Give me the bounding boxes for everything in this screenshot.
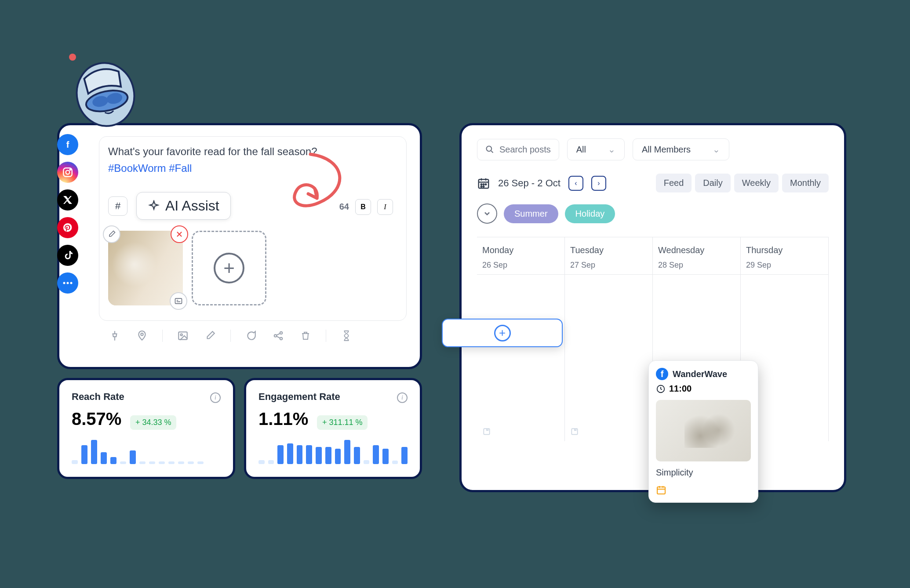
view-tabs: Feed Daily Weekly Monthly xyxy=(656,174,829,192)
pin-icon[interactable] xyxy=(108,329,122,343)
ai-assist-label: AI Assist xyxy=(165,198,219,214)
date-cell-label: 26 Sep xyxy=(477,259,565,274)
pinterest-icon[interactable] xyxy=(57,217,78,238)
svg-point-22 xyxy=(485,184,487,185)
prev-week-button[interactable]: ‹ xyxy=(568,176,583,191)
svg-point-14 xyxy=(181,334,182,336)
x-twitter-icon[interactable] xyxy=(57,189,78,211)
weekday-header: Wednesday xyxy=(653,237,741,259)
dropdown-label: All Members xyxy=(642,145,691,155)
bold-button[interactable]: B xyxy=(355,199,371,215)
scheduled-post-card[interactable]: f WanderWave 11:00 Simplicity xyxy=(648,360,758,503)
date-cell-label: 27 Sep xyxy=(565,259,653,274)
next-week-button[interactable]: › xyxy=(591,176,606,191)
plus-icon: + xyxy=(214,253,244,283)
search-posts-button[interactable]: Search posts xyxy=(477,139,559,160)
metric-delta: + 311.11 % xyxy=(317,415,368,430)
svg-point-9 xyxy=(67,282,69,284)
post-image xyxy=(656,400,751,461)
media-thumbnail[interactable] xyxy=(108,231,183,305)
svg-point-24 xyxy=(483,186,484,187)
social-rail: f xyxy=(57,134,78,294)
weekday-header: Tuesday xyxy=(565,237,653,259)
info-icon[interactable]: i xyxy=(397,392,408,403)
date-range: 26 Sep - 2 Oct xyxy=(498,178,561,189)
post-time: 11:00 xyxy=(669,384,692,394)
instagram-icon[interactable] xyxy=(57,162,78,183)
chat-icon[interactable] xyxy=(244,329,258,343)
post-text[interactable]: What's your favorite read for the fall s… xyxy=(108,145,397,158)
note-icon xyxy=(482,427,491,436)
chevron-down-icon: ⌄ xyxy=(713,144,720,155)
calendar-cell[interactable] xyxy=(477,275,565,441)
clock-icon xyxy=(656,384,666,394)
filter-all-dropdown[interactable]: All ⌄ xyxy=(567,138,625,160)
expand-tags-button[interactable] xyxy=(477,203,497,224)
ai-assist-button[interactable]: AI Assist xyxy=(136,192,231,220)
svg-rect-29 xyxy=(657,487,665,494)
char-count: 64 xyxy=(339,202,349,212)
tag-holiday[interactable]: Holiday xyxy=(565,204,615,223)
share-icon[interactable] xyxy=(271,329,285,343)
compose-body: What's your favorite read for the fall s… xyxy=(99,136,407,321)
post-caption: Simplicity xyxy=(656,468,751,478)
reach-rate-card: Reach Rate i 8.57% + 34.33 % xyxy=(57,378,235,479)
tiktok-icon[interactable] xyxy=(57,245,78,266)
hashtags[interactable]: #BookWorm #Fall xyxy=(108,162,397,174)
more-icon[interactable] xyxy=(57,272,78,294)
facebook-icon: f xyxy=(656,368,668,380)
svg-rect-11 xyxy=(175,298,182,304)
date-cell-label: 28 Sep xyxy=(653,259,741,274)
mascot-illustration xyxy=(62,48,141,127)
tab-weekly[interactable]: Weekly xyxy=(734,174,779,192)
svg-point-20 xyxy=(481,184,482,185)
svg-point-12 xyxy=(141,333,143,335)
svg-point-21 xyxy=(483,184,484,185)
metric-title: Reach Rate xyxy=(72,391,221,403)
italic-button[interactable]: I xyxy=(377,199,393,215)
svg-rect-13 xyxy=(178,332,187,339)
tag-summer[interactable]: Summer xyxy=(504,204,558,223)
calendar-icon xyxy=(477,177,490,190)
metric-value: 8.57% xyxy=(72,409,121,429)
facebook-icon[interactable]: f xyxy=(57,134,78,155)
svg-point-18 xyxy=(487,146,492,152)
delete-icon[interactable] xyxy=(298,329,313,343)
timer-icon[interactable] xyxy=(339,329,353,343)
composer-panel: f What's your favorite read for the fall… xyxy=(57,123,422,369)
svg-point-23 xyxy=(481,186,482,187)
svg-point-10 xyxy=(70,282,73,284)
metric-delta: + 34.33 % xyxy=(130,415,177,430)
metric-title: Engagement Rate xyxy=(258,391,408,403)
dropdown-label: All xyxy=(576,145,586,155)
caption-media-icon[interactable] xyxy=(170,292,187,310)
image-icon[interactable] xyxy=(176,329,190,343)
location-icon[interactable] xyxy=(135,329,149,343)
delete-media-icon[interactable] xyxy=(171,225,188,243)
chevron-down-icon: ⌄ xyxy=(608,144,615,155)
post-account: WanderWave xyxy=(673,369,727,379)
filter-members-dropdown[interactable]: All Members ⌄ xyxy=(633,138,729,160)
note-icon xyxy=(570,427,579,436)
composer-toolbar xyxy=(99,321,407,343)
weekday-header: Monday xyxy=(477,237,565,259)
svg-point-7 xyxy=(70,169,71,171)
search-label: Search posts xyxy=(499,145,551,155)
add-media-button[interactable]: + xyxy=(192,231,266,305)
weekday-header: Thursday xyxy=(741,237,829,259)
svg-point-6 xyxy=(66,171,70,174)
sparkle-icon xyxy=(148,200,160,212)
info-icon[interactable]: i xyxy=(210,392,221,403)
hashtag-button[interactable]: # xyxy=(108,196,127,216)
search-icon xyxy=(485,145,494,154)
tab-monthly[interactable]: Monthly xyxy=(782,174,829,192)
edit-icon[interactable] xyxy=(203,329,217,343)
svg-point-8 xyxy=(63,282,66,284)
edit-media-icon[interactable] xyxy=(103,225,120,243)
add-post-slot-button[interactable]: + xyxy=(442,319,563,347)
tab-daily[interactable]: Daily xyxy=(695,174,730,192)
calendar-cell[interactable] xyxy=(565,275,653,441)
tab-feed[interactable]: Feed xyxy=(656,174,692,192)
svg-point-0 xyxy=(69,54,76,61)
date-cell-label: 29 Sep xyxy=(741,259,829,274)
